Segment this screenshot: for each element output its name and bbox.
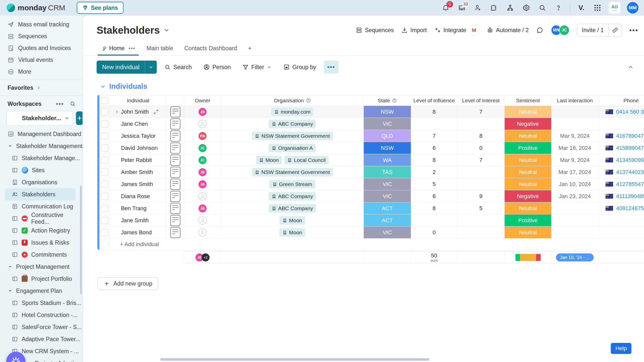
owner-avatar[interactable]: JB: [198, 168, 207, 176]
info-icon[interactable]: [392, 98, 397, 103]
help-button[interactable]: Help: [611, 343, 631, 354]
row-checkbox[interactable]: [101, 108, 108, 115]
sidebar-item-management-dashboard[interactable]: Management Dashboard: [0, 128, 83, 140]
state-cell[interactable]: ACT: [364, 214, 411, 227]
interest-cell[interactable]: 7: [457, 154, 505, 166]
interest-cell[interactable]: [457, 178, 505, 190]
row-checkbox[interactable]: [101, 205, 108, 212]
state-cell[interactable]: NSW: [364, 106, 411, 118]
individual-name-cell[interactable]: Peter Rabbit: [110, 154, 167, 166]
individual-name[interactable]: James Smith: [121, 181, 153, 188]
sentiment-cell[interactable]: Neutral: [505, 178, 551, 190]
sidebar-item-project-portfolio[interactable]: Project Portfolio: [0, 273, 83, 285]
state-cell[interactable]: VIC: [364, 118, 411, 130]
influence-cell[interactable]: 6: [411, 190, 457, 202]
sidebar-item-stakeholder-manage[interactable]: Stakeholder Manage...: [0, 152, 83, 164]
sentiment-cell[interactable]: Positive: [505, 142, 551, 154]
add-individual-row[interactable]: + Add individual: [99, 239, 644, 250]
individual-name[interactable]: Jessica Taylor: [121, 133, 156, 139]
open-card-icon[interactable]: [170, 130, 180, 142]
row-checkbox[interactable]: [101, 193, 108, 200]
see-plans-button[interactable]: See plans: [77, 2, 123, 14]
owner-avatar[interactable]: JC: [198, 144, 207, 152]
board-title[interactable]: Stakeholders: [97, 25, 170, 36]
vibe-logo-icon[interactable]: V.: [577, 3, 586, 13]
sidebar-item-salesforce-tower-s[interactable]: SalesForce Tower - S...: [0, 321, 83, 333]
organisation-cell[interactable]: Moon: [221, 214, 364, 227]
individual-name-cell[interactable]: James Bond: [110, 227, 167, 239]
individual-name[interactable]: Jane Chen: [121, 121, 148, 127]
open-item-icon[interactable]: [153, 109, 159, 115]
row-checkbox[interactable]: [101, 145, 108, 152]
open-card-icon[interactable]: [170, 203, 180, 214]
sentiment-cell[interactable]: Neutral: [505, 130, 551, 142]
import-button[interactable]: Import: [401, 27, 427, 34]
filter-button[interactable]: Filter: [238, 61, 276, 74]
last-interaction-cell[interactable]: [551, 106, 598, 118]
sidebar-item-organisations[interactable]: Organisations: [0, 176, 83, 188]
owner-avatar[interactable]: JC: [198, 156, 207, 164]
individual-name-cell[interactable]: Diana Rose: [110, 190, 167, 202]
help-icon[interactable]: [554, 3, 563, 13]
phone-cell[interactable]: 4137440234: [598, 166, 644, 178]
favorites-section[interactable]: Favorites: [0, 82, 83, 94]
chevron-down-icon[interactable]: [100, 83, 106, 90]
owner-cell[interactable]: [184, 118, 221, 130]
interest-cell[interactable]: 8: [457, 130, 505, 142]
invite-members-icon[interactable]: [473, 3, 483, 13]
summary-owner-cell[interactable]: JB+2: [184, 252, 221, 263]
owner-cell[interactable]: [184, 190, 221, 202]
interest-cell[interactable]: [457, 118, 505, 130]
row-checkbox[interactable]: [101, 157, 108, 164]
organisation-tag[interactable]: Green Stream: [269, 180, 315, 189]
last-interaction-cell[interactable]: Jan 10, 2024: [551, 178, 598, 190]
inbox-icon[interactable]: 33: [457, 3, 467, 13]
phone-cell[interactable]: 4167890476: [598, 130, 644, 142]
sentiment-cell[interactable]: Negative: [505, 118, 551, 130]
open-card-icon[interactable]: [170, 106, 180, 117]
open-card-icon[interactable]: [170, 191, 180, 202]
sentiment-cell[interactable]: Negative: [505, 190, 551, 202]
organisation-cell[interactable]: Moon: [221, 227, 364, 239]
invite-button[interactable]: Invite / 1: [577, 24, 622, 36]
phone-cell[interactable]: 4158990476: [598, 142, 644, 154]
sidebar-item-engagement-plan[interactable]: Engagement Plan: [0, 285, 83, 297]
owner-cell[interactable]: JB: [184, 166, 221, 178]
integrate-button[interactable]: Integrate M: [434, 25, 479, 35]
horizontal-scrollbar[interactable]: [160, 358, 429, 361]
sentiment-cell[interactable]: Neutral: [505, 166, 551, 178]
owner-avatar-empty[interactable]: [198, 216, 207, 225]
sentiment-cell[interactable]: Neutral: [505, 227, 551, 239]
interest-cell[interactable]: 9: [457, 190, 505, 202]
interest-cell[interactable]: 7: [457, 106, 505, 118]
individual-name[interactable]: Jane Smith: [121, 217, 149, 224]
organisation-tag[interactable]: monday.com: [271, 108, 314, 116]
column-header-label[interactable]: State: [378, 98, 390, 104]
phone-cell[interactable]: 0414 560 356: [598, 106, 644, 118]
tab-menu-icon[interactable]: •••: [129, 46, 135, 51]
owner-avatar[interactable]: PB: [198, 132, 207, 140]
new-individual-dropdown[interactable]: [145, 61, 157, 74]
owner-cell[interactable]: PB: [184, 130, 221, 142]
individual-name-cell[interactable]: Ben Trang: [110, 202, 167, 214]
individual-name[interactable]: James Bond: [121, 229, 152, 236]
phone-cell[interactable]: [598, 118, 644, 130]
sidebar-item-more[interactable]: More: [0, 66, 83, 78]
individual-name[interactable]: John Smith: [121, 109, 149, 115]
open-card-icon[interactable]: [170, 227, 180, 238]
group-header[interactable]: Individuals: [100, 82, 644, 90]
summary-last-interaction-range[interactable]: Jan 10, '24 - ...: [551, 252, 598, 263]
tab-main-table[interactable]: Main table: [142, 45, 178, 55]
last-interaction-cell[interactable]: Mar 9, 2024: [551, 154, 598, 166]
interest-cell[interactable]: 0: [457, 142, 505, 154]
organisation-tag[interactable]: Moon: [279, 216, 305, 225]
owner-cell[interactable]: JC: [184, 142, 221, 154]
board-chat-icon[interactable]: [536, 27, 543, 34]
influence-cell[interactable]: 5: [411, 178, 457, 190]
column-header-label[interactable]: Owner: [195, 98, 210, 104]
sentiment-cell[interactable]: Neutral: [505, 202, 551, 214]
tab-contacts-dashboard[interactable]: Contacts Dashboard: [180, 45, 242, 55]
organisation-cell[interactable]: ABC Company: [221, 202, 364, 214]
open-card-icon[interactable]: [170, 215, 180, 226]
individual-name-cell[interactable]: James Smith: [110, 178, 167, 190]
